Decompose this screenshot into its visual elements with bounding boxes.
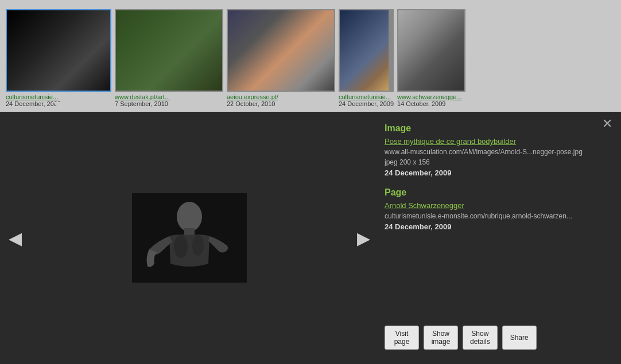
strip-source-0[interactable]: culturismetunisie... [6, 93, 109, 100]
strip-item-3[interactable]: culturismetunisie... 24 December, 2009 [339, 9, 394, 107]
strip-item-4[interactable]: www.schwarzenegge... 14 October, 2009 [397, 9, 465, 107]
strip-date-3: 24 December, 2009 [339, 100, 394, 107]
image-type: jpeg 200 x 156 [385, 157, 610, 167]
show-image-button[interactable]: Show image [424, 326, 458, 350]
strip-source-1[interactable]: www.destak.pt/art... [115, 93, 218, 100]
detail-image-area: ◀ [0, 112, 379, 364]
main-image [132, 193, 247, 283]
thumbnail-2 [228, 10, 334, 91]
svg-point-1 [177, 202, 202, 232]
strip-item-1[interactable]: www.destak.pt/art... 7 September, 2010 [115, 9, 223, 107]
detail-info-panel: ✕ Image Pose mythique de ce grand bodybu… [379, 112, 621, 364]
strip-source-4[interactable]: www.schwarzenegge... [397, 93, 465, 100]
thumbnail-0 [7, 10, 110, 91]
strip-date-4: 14 October, 2009 [397, 100, 465, 107]
page-url: culturismetunisie.e-monsite.com/rubrique… [385, 211, 610, 221]
thumbnail-1 [116, 10, 222, 91]
strip-source-3[interactable]: culturismetunisie... [339, 93, 394, 100]
image-strip: culturismetunisie... 24 December, 2009 w… [0, 0, 621, 115]
close-button[interactable]: ✕ [602, 118, 612, 130]
page-date: 24 December, 2009 [385, 222, 610, 231]
page-info-section: Page Arnold Schwarzenegger culturismetun… [385, 187, 610, 231]
share-button[interactable]: Share [502, 326, 537, 350]
nav-prev-button[interactable]: ◀ [3, 222, 28, 254]
svg-point-4 [192, 235, 204, 256]
detail-panel: ◀ [0, 112, 621, 364]
image-info-section: Image Pose mythique de ce grand bodybuil… [385, 123, 610, 177]
page-title-link[interactable]: Arnold Schwarzenegger [385, 201, 610, 210]
strip-source-2[interactable]: aeiou.expresso.pt/ [227, 93, 330, 100]
page-section-label: Page [385, 187, 610, 198]
main-image-svg [141, 195, 238, 281]
image-url: www.all-musculation.com/AM/images/Arnold… [385, 147, 610, 157]
strip-date-2: 22 October, 2010 [227, 100, 335, 107]
svg-point-3 [174, 235, 188, 258]
thumbnail-3 [340, 10, 389, 91]
image-date: 24 December, 2009 [385, 169, 610, 177]
strip-item-0[interactable]: culturismetunisie... 24 December, 2009 [6, 9, 111, 107]
nav-next-button[interactable]: ▶ [351, 222, 376, 254]
image-section-label: Image [385, 123, 610, 134]
show-details-button[interactable]: Show details [463, 326, 498, 350]
visit-page-button[interactable]: Visit page [385, 326, 419, 350]
strip-item-2[interactable]: aeiou.expresso.pt/ 22 October, 2010 [227, 9, 335, 107]
strip-date-1: 7 September, 2010 [115, 100, 223, 107]
thumbnail-4 [398, 10, 464, 91]
image-title-link[interactable]: Pose mythique de ce grand bodybuilder [385, 137, 610, 146]
action-buttons: Visit page Show image Show details Share [379, 326, 621, 350]
